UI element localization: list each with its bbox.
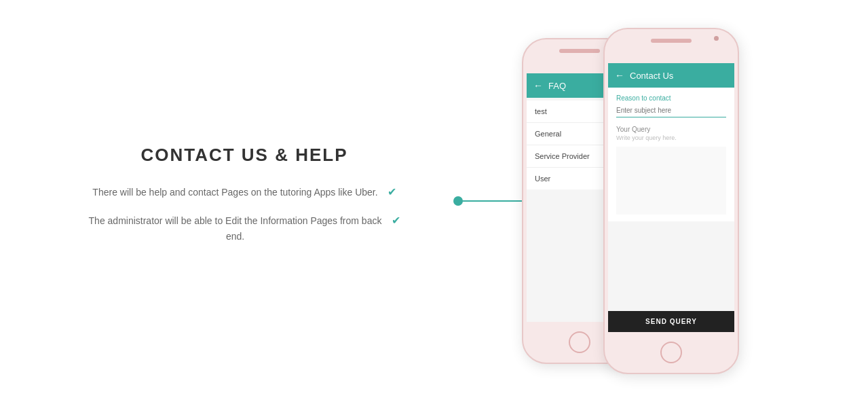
left-content: CONTACT US & HELP There will be help and… xyxy=(0,0,489,402)
phones-area: ← FAQ test General Service Provider User… xyxy=(488,0,868,402)
phone-screen-contact: ← Contact Us Reason to contact Your Quer… xyxy=(608,63,734,332)
faq-back-arrow[interactable]: ← xyxy=(533,80,543,91)
feature-item-1: There will be help and contact Pages on … xyxy=(92,185,396,200)
query-placeholder: Write your query here. xyxy=(616,134,726,141)
feature-item-2: The administrator will be able to Edit t… xyxy=(88,213,400,244)
contact-form: Reason to contact Your Query Write your … xyxy=(608,88,734,221)
feature-text-1: There will be help and contact Pages on … xyxy=(92,185,377,200)
contact-title: Contact Us xyxy=(630,71,673,81)
phone-home-btn-1[interactable] xyxy=(569,331,590,353)
contact-header: ← Contact Us xyxy=(608,63,734,88)
subject-input[interactable] xyxy=(616,105,726,117)
check-icon-1: ✔ xyxy=(388,185,396,198)
faq-title: FAQ xyxy=(548,81,566,91)
section-title: CONTACT US & HELP xyxy=(140,145,347,166)
feature-text-2: The administrator will be able to Edit t… xyxy=(88,213,382,244)
phone-contact: ← Contact Us Reason to contact Your Quer… xyxy=(603,28,739,374)
reason-label: Reason to contact xyxy=(616,94,726,102)
send-query-button[interactable]: SEND QUERY xyxy=(608,311,734,332)
phone-notch-1 xyxy=(559,49,600,53)
query-textarea-area xyxy=(616,147,726,215)
contact-back-arrow[interactable]: ← xyxy=(615,70,624,81)
phone-home-btn-2[interactable] xyxy=(660,342,682,363)
phone-camera-2 xyxy=(714,36,719,41)
connector-dot xyxy=(453,196,463,206)
check-icon-2: ✔ xyxy=(392,214,400,227)
query-label: Your Query xyxy=(616,126,726,133)
phone-notch-2 xyxy=(651,39,692,43)
